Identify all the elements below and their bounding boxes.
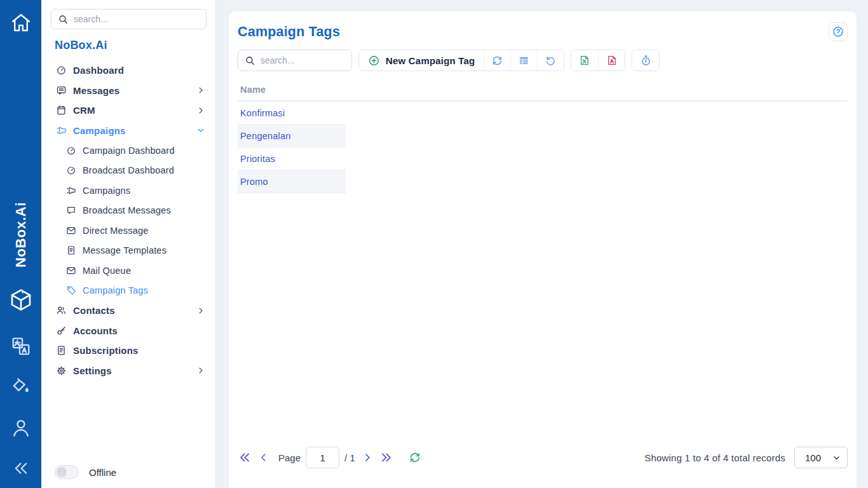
sidebar-item-message-templates[interactable]: Message Templates <box>41 241 216 261</box>
records-summary: Showing 1 to 4 of 4 total records <box>644 452 785 463</box>
sidebar-search[interactable] <box>51 9 207 29</box>
reload-table-button[interactable] <box>409 451 421 464</box>
table-search[interactable] <box>238 50 352 71</box>
sidebar-item-dashboard[interactable]: Dashboard <box>41 60 216 81</box>
last-page-button[interactable] <box>379 451 393 464</box>
toggle-knob <box>57 467 67 477</box>
sidebar-item-label: Broadcast Messages <box>83 205 171 215</box>
sidebar-item-campaign-tags[interactable]: Campaign Tags <box>41 281 216 301</box>
sidebar-nav: Dashboard Messages CRM Campaigns Campaig… <box>41 60 216 381</box>
refresh-icon <box>409 451 421 464</box>
offline-label: Offline <box>89 467 116 478</box>
dashboard-icon <box>56 65 67 76</box>
table-row[interactable]: Promo <box>238 170 346 193</box>
chevron-right-icon <box>196 86 205 95</box>
sidebar-item-label: Messages <box>73 85 119 96</box>
tag-icon <box>66 285 76 295</box>
sidebar-item-label: Subscriptions <box>73 345 139 356</box>
messages-icon <box>56 85 67 96</box>
sidebar-item-subscriptions[interactable]: Subscriptions <box>41 341 216 361</box>
refresh-button[interactable] <box>484 50 510 71</box>
user-icon[interactable] <box>0 416 41 440</box>
sidebar-item-crm[interactable]: CRM <box>41 100 216 121</box>
sidebar-item-campaigns[interactable]: Campaigns <box>41 121 216 141</box>
columns-button[interactable] <box>510 50 537 71</box>
help-button[interactable] <box>829 22 848 41</box>
sidebar-item-label: Contacts <box>73 305 115 316</box>
sidebar-item-label: Direct Message <box>83 226 149 236</box>
table-search-input[interactable] <box>261 55 345 65</box>
tag-name-link[interactable]: Konfirmasi <box>240 108 285 118</box>
home-icon[interactable] <box>0 11 41 34</box>
next-page-button[interactable] <box>362 452 373 463</box>
megaphone-icon <box>66 186 76 196</box>
sidebar-item-accounts[interactable]: Accounts <box>41 321 216 341</box>
stopwatch-icon <box>640 55 652 67</box>
sidebar-item-label: Dashboard <box>73 65 124 76</box>
envelope-icon <box>66 226 76 236</box>
chevron-down-icon <box>196 126 205 135</box>
sidebar-item-label: Campaign Tags <box>83 285 148 295</box>
dashboard-icon <box>66 165 76 175</box>
excel-icon <box>579 55 590 66</box>
offline-control: Offline <box>55 465 116 479</box>
table-row[interactable]: Konfirmasi <box>238 102 346 125</box>
question-circle-icon <box>832 25 844 38</box>
tag-name-link[interactable]: Promo <box>240 177 268 187</box>
chevron-right-icon <box>196 106 205 115</box>
sidebar-item-label: Accounts <box>73 325 118 336</box>
sidebar-item-mail-queue[interactable]: Mail Queue <box>41 261 216 281</box>
page-size-select[interactable]: 100 <box>794 447 848 468</box>
rail-brand-logo: NoBox.Ai <box>0 186 41 285</box>
paint-icon[interactable] <box>0 375 41 398</box>
megaphone-icon <box>56 125 67 136</box>
reset-button[interactable] <box>537 50 564 71</box>
column-header-name[interactable]: Name <box>238 85 848 95</box>
sidebar-item-contacts[interactable]: Contacts <box>41 301 216 321</box>
sidebar-search-input[interactable] <box>74 14 200 24</box>
translate-icon[interactable] <box>0 335 41 358</box>
page-number-input[interactable] <box>306 447 339 468</box>
first-page-button[interactable] <box>238 451 252 464</box>
sidebar-item-broadcast-dashboard[interactable]: Broadcast Dashboard <box>41 161 216 181</box>
export-pdf-button[interactable] <box>598 50 625 71</box>
gear-icon <box>56 365 67 376</box>
collapse-sidebar-icon[interactable] <box>0 459 41 478</box>
sidebar-item-label: Campaigns <box>83 186 130 196</box>
sidebar-item-campaign-dashboard[interactable]: Campaign Dashboard <box>41 140 216 161</box>
sidebar-item-messages[interactable]: Messages <box>41 81 216 101</box>
sidebar-item-direct-message[interactable]: Direct Message <box>41 220 216 241</box>
cube-icon[interactable] <box>0 287 41 313</box>
toolbar-group-primary: New Campaign Tag <box>358 50 564 71</box>
pagination-bar: Page / 1 <box>238 446 848 469</box>
chevron-right-icon <box>196 306 205 315</box>
auto-refresh-button[interactable] <box>632 50 659 71</box>
offline-toggle[interactable] <box>55 465 79 479</box>
sidebar: NoBox.Ai Dashboard Messages CRM Campaign… <box>41 0 216 488</box>
export-excel-button[interactable] <box>571 50 598 71</box>
toolbar: New Campaign Tag <box>238 50 848 71</box>
new-campaign-tag-button[interactable]: New Campaign Tag <box>359 50 484 71</box>
chevron-right-icon <box>196 366 205 375</box>
refresh-icon <box>491 55 503 67</box>
sidebar-item-label: Campaigns <box>73 125 126 136</box>
search-icon <box>58 14 69 25</box>
campaign-tags-card: Campaign Tags <box>229 11 857 488</box>
table-icon <box>518 55 530 67</box>
page-label: Page <box>278 452 301 463</box>
sidebar-item-label: Settings <box>73 365 112 376</box>
contacts-icon <box>56 305 67 316</box>
sidebar-item-settings[interactable]: Settings <box>41 361 216 381</box>
table-row[interactable]: Prioritas <box>238 147 346 170</box>
sidebar-item-broadcast-messages[interactable]: Broadcast Messages <box>41 201 216 221</box>
tag-name-link[interactable]: Pengenalan <box>240 131 290 141</box>
sidebar-item-campaigns-list[interactable]: Campaigns <box>41 180 216 201</box>
new-campaign-tag-label: New Campaign Tag <box>386 55 475 66</box>
sidebar-item-label: Campaign Dashboard <box>83 146 175 156</box>
table-row[interactable]: Pengenalan <box>238 125 346 147</box>
dashboard-icon <box>66 146 76 156</box>
page-size-value: 100 <box>805 452 821 463</box>
toolbar-group-export <box>571 50 625 71</box>
previous-page-button[interactable] <box>258 452 269 463</box>
tag-name-link[interactable]: Prioritas <box>240 154 275 164</box>
